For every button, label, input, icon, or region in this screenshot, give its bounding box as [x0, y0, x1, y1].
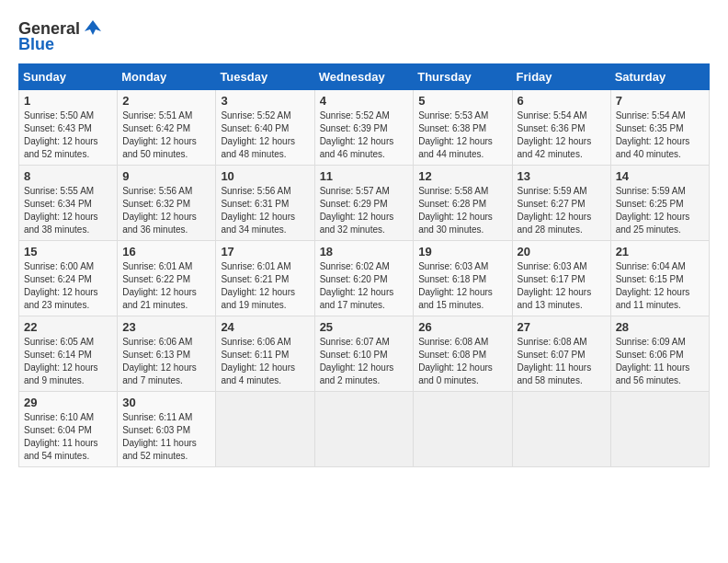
day-info: Sunrise: 5:53 AMSunset: 6:38 PMDaylight:… — [418, 110, 493, 159]
day-number: 8 — [24, 169, 112, 183]
day-number: 17 — [221, 245, 309, 259]
day-number: 7 — [616, 94, 704, 108]
calendar-cell: 8 Sunrise: 5:55 AMSunset: 6:34 PMDayligh… — [19, 166, 118, 241]
day-number: 28 — [616, 320, 704, 334]
calendar-cell: 5 Sunrise: 5:53 AMSunset: 6:38 PMDayligh… — [414, 90, 512, 166]
day-info: Sunrise: 5:58 AMSunset: 6:28 PMDaylight:… — [418, 186, 493, 235]
calendar-cell: 15 Sunrise: 6:00 AMSunset: 6:24 PMDaylig… — [19, 241, 118, 316]
day-number: 6 — [518, 94, 606, 108]
day-info: Sunrise: 6:06 AMSunset: 6:11 PMDaylight:… — [221, 337, 295, 385]
day-info: Sunrise: 5:59 AMSunset: 6:27 PMDaylight:… — [518, 186, 592, 235]
day-number: 2 — [122, 94, 210, 108]
week-row-1: 1 Sunrise: 5:50 AMSunset: 6:43 PMDayligh… — [19, 90, 710, 166]
weekday-header-saturday: Saturday — [610, 64, 709, 90]
day-info: Sunrise: 5:52 AMSunset: 6:39 PMDaylight:… — [320, 110, 394, 159]
calendar-cell: 7 Sunrise: 5:54 AMSunset: 6:35 PMDayligh… — [610, 90, 709, 166]
day-info: Sunrise: 5:52 AMSunset: 6:40 PMDaylight:… — [221, 110, 295, 159]
calendar-cell: 17 Sunrise: 6:01 AMSunset: 6:21 PMDaylig… — [216, 241, 314, 316]
calendar-cell: 6 Sunrise: 5:54 AMSunset: 6:36 PMDayligh… — [512, 90, 610, 166]
calendar-cell: 9 Sunrise: 5:56 AMSunset: 6:32 PMDayligh… — [118, 166, 216, 241]
day-number: 24 — [221, 320, 309, 334]
day-number: 25 — [320, 320, 409, 334]
day-info: Sunrise: 5:56 AMSunset: 6:31 PMDaylight:… — [221, 186, 295, 235]
calendar-cell: 18 Sunrise: 6:02 AMSunset: 6:20 PMDaylig… — [314, 241, 414, 316]
day-info: Sunrise: 6:08 AMSunset: 6:08 PMDaylight:… — [418, 337, 493, 385]
weekday-header-sunday: Sunday — [19, 64, 118, 90]
day-number: 1 — [24, 94, 112, 108]
logo: General Blue — [18, 18, 104, 54]
calendar-cell: 24 Sunrise: 6:06 AMSunset: 6:11 PMDaylig… — [216, 316, 314, 392]
calendar-table: SundayMondayTuesdayWednesdayThursdayFrid… — [18, 63, 710, 467]
day-info: Sunrise: 6:07 AMSunset: 6:10 PMDaylight:… — [320, 337, 394, 385]
calendar-cell: 2 Sunrise: 5:51 AMSunset: 6:42 PMDayligh… — [118, 90, 216, 166]
page-container: General Blue SundayMondayTuesdayWednesda… — [18, 18, 710, 467]
day-number: 11 — [320, 169, 409, 183]
day-number: 15 — [24, 245, 112, 259]
day-info: Sunrise: 5:54 AMSunset: 6:36 PMDaylight:… — [518, 110, 592, 159]
day-info: Sunrise: 5:59 AMSunset: 6:25 PMDaylight:… — [616, 186, 690, 235]
day-number: 16 — [122, 245, 210, 259]
calendar-cell: 29 Sunrise: 6:10 AMSunset: 6:04 PMDaylig… — [19, 392, 118, 467]
svg-marker-0 — [85, 20, 101, 35]
calendar-cell: 28 Sunrise: 6:09 AMSunset: 6:06 PMDaylig… — [610, 316, 709, 392]
calendar-cell: 27 Sunrise: 6:08 AMSunset: 6:07 PMDaylig… — [512, 316, 610, 392]
weekday-header-thursday: Thursday — [414, 64, 512, 90]
day-info: Sunrise: 6:03 AMSunset: 6:18 PMDaylight:… — [418, 261, 493, 310]
calendar-cell — [314, 392, 414, 467]
calendar-cell — [414, 392, 512, 467]
week-row-2: 8 Sunrise: 5:55 AMSunset: 6:34 PMDayligh… — [19, 166, 710, 241]
calendar-cell — [610, 392, 709, 467]
day-info: Sunrise: 5:57 AMSunset: 6:29 PMDaylight:… — [320, 186, 394, 235]
weekday-header-wednesday: Wednesday — [314, 64, 414, 90]
day-number: 10 — [221, 169, 309, 183]
calendar-cell: 14 Sunrise: 5:59 AMSunset: 6:25 PMDaylig… — [610, 166, 709, 241]
calendar-cell: 23 Sunrise: 6:06 AMSunset: 6:13 PMDaylig… — [118, 316, 216, 392]
day-number: 30 — [122, 396, 210, 409]
day-info: Sunrise: 6:08 AMSunset: 6:07 PMDaylight:… — [518, 337, 592, 385]
day-info: Sunrise: 5:54 AMSunset: 6:35 PMDaylight:… — [616, 110, 690, 159]
day-info: Sunrise: 5:56 AMSunset: 6:32 PMDaylight:… — [122, 186, 197, 235]
day-number: 22 — [24, 320, 112, 334]
calendar-cell: 26 Sunrise: 6:08 AMSunset: 6:08 PMDaylig… — [414, 316, 512, 392]
calendar-cell: 22 Sunrise: 6:05 AMSunset: 6:14 PMDaylig… — [19, 316, 118, 392]
day-number: 4 — [320, 94, 409, 108]
logo-bird-icon — [83, 18, 103, 39]
day-number: 19 — [418, 245, 506, 259]
weekday-header-row: SundayMondayTuesdayWednesdayThursdayFrid… — [19, 64, 710, 90]
day-number: 13 — [518, 169, 606, 183]
calendar-cell: 13 Sunrise: 5:59 AMSunset: 6:27 PMDaylig… — [512, 166, 610, 241]
calendar-cell: 16 Sunrise: 6:01 AMSunset: 6:22 PMDaylig… — [118, 241, 216, 316]
calendar-cell: 30 Sunrise: 6:11 AMSunset: 6:03 PMDaylig… — [118, 392, 216, 467]
day-info: Sunrise: 5:55 AMSunset: 6:34 PMDaylight:… — [24, 186, 98, 235]
day-number: 29 — [24, 396, 112, 409]
day-info: Sunrise: 6:11 AMSunset: 6:03 PMDaylight:… — [122, 412, 197, 461]
calendar-cell: 3 Sunrise: 5:52 AMSunset: 6:40 PMDayligh… — [216, 90, 314, 166]
day-info: Sunrise: 6:06 AMSunset: 6:13 PMDaylight:… — [122, 337, 197, 385]
day-info: Sunrise: 6:03 AMSunset: 6:17 PMDaylight:… — [518, 261, 592, 310]
week-row-3: 15 Sunrise: 6:00 AMSunset: 6:24 PMDaylig… — [19, 241, 710, 316]
weekday-header-monday: Monday — [118, 64, 216, 90]
week-row-4: 22 Sunrise: 6:05 AMSunset: 6:14 PMDaylig… — [19, 316, 710, 392]
day-info: Sunrise: 6:09 AMSunset: 6:06 PMDaylight:… — [616, 337, 690, 385]
day-number: 26 — [418, 320, 506, 334]
header: General Blue — [18, 18, 710, 54]
day-number: 18 — [320, 245, 409, 259]
day-info: Sunrise: 6:10 AMSunset: 6:04 PMDaylight:… — [24, 412, 98, 461]
weekday-header-friday: Friday — [512, 64, 610, 90]
day-number: 14 — [616, 169, 704, 183]
day-info: Sunrise: 6:00 AMSunset: 6:24 PMDaylight:… — [24, 261, 98, 310]
day-info: Sunrise: 5:50 AMSunset: 6:43 PMDaylight:… — [24, 110, 98, 159]
calendar-cell: 11 Sunrise: 5:57 AMSunset: 6:29 PMDaylig… — [314, 166, 414, 241]
day-info: Sunrise: 6:02 AMSunset: 6:20 PMDaylight:… — [320, 261, 394, 310]
day-info: Sunrise: 6:05 AMSunset: 6:14 PMDaylight:… — [24, 337, 98, 385]
calendar-cell: 4 Sunrise: 5:52 AMSunset: 6:39 PMDayligh… — [314, 90, 414, 166]
day-number: 20 — [518, 245, 606, 259]
calendar-cell: 21 Sunrise: 6:04 AMSunset: 6:15 PMDaylig… — [610, 241, 709, 316]
day-info: Sunrise: 6:01 AMSunset: 6:22 PMDaylight:… — [122, 261, 197, 310]
calendar-cell — [216, 392, 314, 467]
calendar-cell: 19 Sunrise: 6:03 AMSunset: 6:18 PMDaylig… — [414, 241, 512, 316]
day-info: Sunrise: 5:51 AMSunset: 6:42 PMDaylight:… — [122, 110, 197, 159]
logo-blue-text: Blue — [18, 35, 54, 54]
calendar-cell: 12 Sunrise: 5:58 AMSunset: 6:28 PMDaylig… — [414, 166, 512, 241]
calendar-cell — [512, 392, 610, 467]
